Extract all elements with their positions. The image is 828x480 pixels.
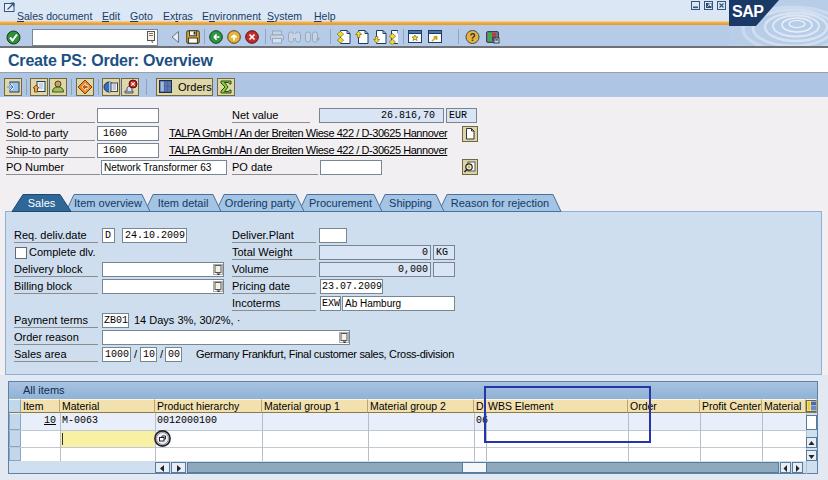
svg-text:Reason for rejection: Reason for rejection xyxy=(451,197,549,209)
svg-text:Item overview: Item overview xyxy=(74,197,142,209)
svg-text:Shipping: Shipping xyxy=(389,197,432,209)
svg-text:Procurement: Procurement xyxy=(309,197,372,209)
svg-text:SAP: SAP xyxy=(732,3,764,20)
svg-text:Sales: Sales xyxy=(28,197,56,209)
svg-text:?: ? xyxy=(469,32,475,43)
svg-text:Ordering party: Ordering party xyxy=(225,197,296,209)
svg-text:Item detail: Item detail xyxy=(158,197,209,209)
